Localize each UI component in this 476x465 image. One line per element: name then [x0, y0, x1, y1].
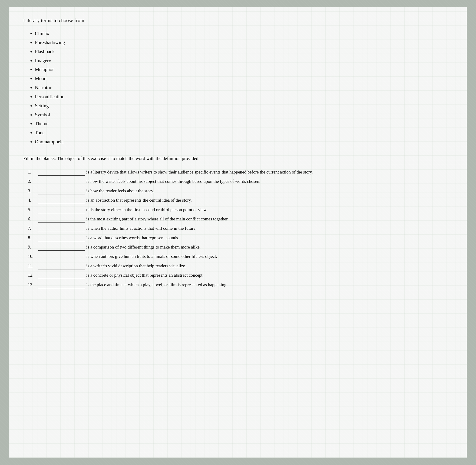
question-item-2: 2.is how the writer feels about his subj… [28, 178, 453, 185]
terms-list: ClimaxForeshadowingFlashbackImageryMetap… [23, 29, 453, 146]
term-item-5: Mood [35, 74, 453, 83]
answer-blank-8[interactable] [38, 236, 85, 241]
question-text-4: is an abstraction that represents the ce… [86, 198, 192, 202]
term-item-8: Setting [35, 101, 453, 110]
question-item-3: 3.is how the reader feels about the stor… [28, 187, 453, 194]
answer-blank-9[interactable] [38, 245, 85, 251]
question-number-3: 3. [28, 187, 38, 194]
question-item-10: 10.is when authors give human traits to … [28, 253, 453, 260]
question-content-12: is a concrete or physical object that re… [38, 272, 453, 279]
questions-section: 1.is a literary device that allows write… [23, 169, 453, 288]
question-number-8: 8. [28, 234, 38, 241]
answer-blank-3[interactable] [38, 189, 85, 194]
question-content-6: is the most exciting part of a story whe… [38, 216, 453, 222]
question-content-8: is a word that describes words that repr… [38, 234, 453, 241]
question-content-10: is when authors give human traits to ani… [38, 253, 453, 260]
question-text-12: is a concrete or physical object that re… [86, 273, 204, 278]
question-number-10: 10. [28, 253, 38, 260]
answer-blank-5[interactable] [38, 208, 85, 213]
question-text-8: is a word that describes words that repr… [86, 235, 179, 240]
question-number-12: 12. [28, 272, 38, 279]
question-text-5: tells the story either in the first, sec… [86, 207, 207, 212]
term-item-0: Climax [35, 29, 453, 38]
question-content-4: is an abstraction that represents the ce… [38, 197, 453, 204]
question-item-5: 5.tells the story either in the first, s… [28, 206, 453, 213]
answer-blank-12[interactable] [38, 274, 85, 279]
question-content-1: is a literary device that allows writers… [38, 169, 453, 176]
term-item-3: Imagery [35, 56, 453, 65]
term-item-11: Tone [35, 128, 453, 137]
question-item-8: 8.is a word that describes words that re… [28, 234, 453, 241]
term-item-4: Metaphor [35, 65, 453, 74]
answer-blank-7[interactable] [38, 227, 85, 232]
question-item-11: 11.is a writer’s vivid description that … [28, 263, 453, 269]
question-text-9: is a comparison of two different things … [86, 244, 201, 249]
question-number-5: 5. [28, 206, 38, 213]
answer-blank-1[interactable] [38, 170, 85, 176]
answer-blank-10[interactable] [38, 255, 85, 260]
question-text-3: is how the reader feels about the story. [86, 188, 154, 193]
question-number-13: 13. [28, 281, 38, 288]
question-item-6: 6.is the most exciting part of a story w… [28, 216, 453, 222]
question-content-7: is when the author hints at actions that… [38, 225, 453, 232]
question-text-11: is a writer’s vivid description that hel… [86, 263, 186, 268]
question-text-7: is when the author hints at actions that… [86, 226, 196, 231]
question-content-11: is a writer’s vivid description that hel… [38, 263, 453, 269]
page-container: Literary terms to choose from: ClimaxFor… [9, 7, 467, 458]
question-item-9: 9.is a comparison of two different thing… [28, 244, 453, 251]
question-item-13: 13.is the place and time at which a play… [28, 281, 453, 288]
term-item-12: Onomatopoeia [35, 137, 453, 146]
question-item-4: 4.is an abstraction that represents the … [28, 197, 453, 204]
question-item-1: 1.is a literary device that allows write… [28, 169, 453, 176]
section-title: Literary terms to choose from: [23, 17, 453, 23]
question-number-7: 7. [28, 225, 38, 232]
question-content-2: is how the writer feels about his subjec… [38, 178, 453, 185]
question-item-7: 7.is when the author hints at actions th… [28, 225, 453, 232]
answer-blank-11[interactable] [38, 264, 85, 269]
question-content-13: is the place and time at which a play, n… [38, 281, 453, 288]
question-content-5: tells the story either in the first, sec… [38, 206, 453, 213]
question-number-1: 1. [28, 169, 38, 176]
question-text-1: is a literary device that allows writers… [86, 169, 313, 174]
question-number-6: 6. [28, 216, 38, 222]
fill-instruction: Fill in the blanks: The object of this e… [23, 155, 453, 162]
question-content-9: is a comparison of two different things … [38, 244, 453, 251]
question-number-11: 11. [28, 263, 38, 269]
term-item-6: Narrator [35, 83, 453, 92]
question-number-4: 4. [28, 197, 38, 204]
question-text-2: is how the writer feels about his subjec… [86, 179, 260, 184]
answer-blank-6[interactable] [38, 217, 85, 222]
answer-blank-4[interactable] [38, 199, 85, 204]
question-number-9: 9. [28, 244, 38, 251]
term-item-9: Symbol [35, 110, 453, 119]
question-text-13: is the place and time at which a play, n… [86, 282, 227, 287]
question-content-3: is how the reader feels about the story. [38, 187, 453, 194]
term-item-10: Theme [35, 119, 453, 128]
term-item-7: Personification [35, 92, 453, 101]
answer-blank-13[interactable] [38, 283, 85, 288]
term-item-2: Flashback [35, 47, 453, 56]
answer-blank-2[interactable] [38, 180, 85, 185]
question-text-6: is the most exciting part of a story whe… [86, 216, 228, 221]
question-text-10: is when authors give human traits to ani… [86, 254, 217, 259]
question-number-2: 2. [28, 178, 38, 185]
term-item-1: Foreshadowing [35, 38, 453, 47]
question-item-12: 12.is a concrete or physical object that… [28, 272, 453, 279]
